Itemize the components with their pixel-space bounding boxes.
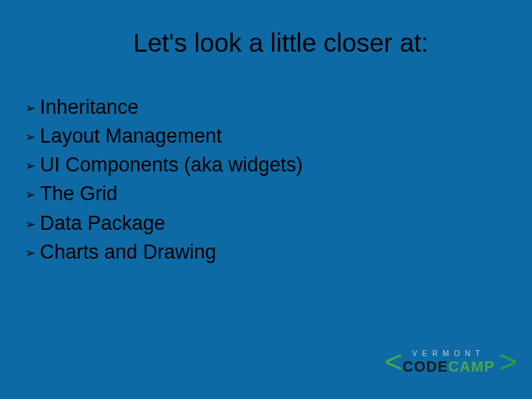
chevron-right-icon: > bbox=[499, 344, 513, 380]
logo-vermont: VERMONT bbox=[412, 350, 485, 358]
list-item: ➢ UI Components (aka widgets) bbox=[25, 151, 532, 180]
bullet-icon: ➢ bbox=[25, 245, 35, 263]
bullet-text: Data Package bbox=[40, 209, 166, 238]
list-item: ➢ Layout Management bbox=[25, 122, 532, 151]
bullet-icon: ➢ bbox=[25, 216, 35, 234]
bullet-text: UI Components (aka widgets) bbox=[40, 151, 303, 180]
bullet-icon: ➢ bbox=[25, 129, 35, 147]
logo-codecamp: CODECAMP bbox=[403, 359, 495, 374]
bullet-text: The Grid bbox=[40, 180, 117, 208]
list-item: ➢ Charts and Drawing bbox=[25, 238, 532, 267]
bullet-icon: ➢ bbox=[25, 157, 35, 176]
logo-camp: CAMP bbox=[449, 358, 495, 375]
bullet-text: Inheritance bbox=[40, 93, 139, 122]
bullet-icon: ➢ bbox=[25, 186, 35, 205]
bullet-text: Layout Management bbox=[40, 122, 222, 151]
bullet-text: Charts and Drawing bbox=[40, 238, 216, 267]
slide-title: Let's look a little closer at: bbox=[0, 0, 532, 58]
chevron-left-icon: < bbox=[384, 344, 398, 380]
logo-code: CODE bbox=[403, 358, 449, 375]
logo-text: VERMONT CODECAMP bbox=[403, 350, 495, 374]
vermont-code-camp-logo: < VERMONT CODECAMP > bbox=[384, 344, 513, 380]
list-item: ➢ The Grid bbox=[25, 180, 532, 208]
bullet-icon: ➢ bbox=[25, 100, 35, 118]
list-item: ➢ Data Package bbox=[25, 209, 532, 238]
bullet-list: ➢ Inheritance ➢ Layout Management ➢ UI C… bbox=[0, 93, 532, 267]
list-item: ➢ Inheritance bbox=[25, 93, 532, 122]
